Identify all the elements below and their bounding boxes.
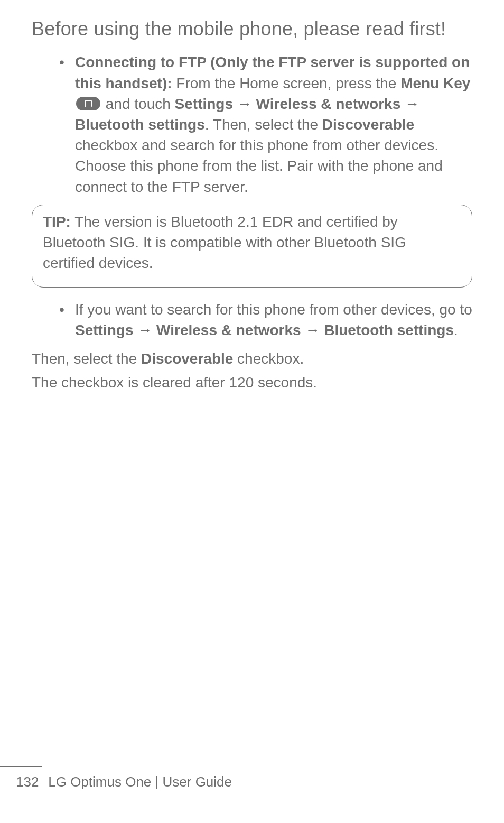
bullet-seg1: From the Home screen, press the xyxy=(172,75,401,91)
footer-guide: User Guide xyxy=(163,774,232,790)
arrow: → xyxy=(400,96,419,112)
menu-key-icon xyxy=(76,97,100,110)
bullet-seg3: . Then, select the xyxy=(205,116,322,133)
footer-product: LG Optimus One xyxy=(48,774,151,790)
menu-key-label: Menu Key xyxy=(400,75,470,91)
nav-settings: Settings xyxy=(75,322,133,338)
page-footer: 132 LG Optimus One | User Guide xyxy=(0,766,504,791)
nav-wireless: Wireless & networks xyxy=(156,322,301,338)
bullet-seg4: checkbox and search for this phone from … xyxy=(75,137,443,195)
footer-sep: | xyxy=(151,774,162,790)
tip-body: The version is Bluetooth 2.1 EDR and cer… xyxy=(43,214,406,271)
discoverable-label: Discoverable xyxy=(141,350,233,367)
tip-box: TIP: The version is Bluetooth 2.1 EDR an… xyxy=(32,205,472,288)
tip-label: TIP: xyxy=(43,214,71,230)
after1-seg2: checkbox. xyxy=(233,350,304,367)
arrow: → xyxy=(233,96,256,112)
nav-settings: Settings xyxy=(175,96,233,112)
then-select-line: Then, select the Discoverable checkbox. xyxy=(32,348,472,369)
bullet2-seg1: If you want to search for this phone fro… xyxy=(75,301,472,318)
bullet-seg2: and touch xyxy=(101,96,175,112)
nav-bt-settings: Bluetooth settings xyxy=(75,116,205,133)
nav-wireless: Wireless & networks xyxy=(256,96,401,112)
arrow: → xyxy=(301,322,324,338)
arrow: → xyxy=(133,322,156,338)
after1-seg1: Then, select the xyxy=(32,350,141,367)
page-number: 132 xyxy=(16,772,44,791)
footer-rule xyxy=(0,766,42,767)
nav-bt-settings: Bluetooth settings xyxy=(324,322,454,338)
page-title: Before using the mobile phone, please re… xyxy=(32,16,472,42)
discoverable-label: Discoverable xyxy=(322,116,414,133)
checkbox-cleared-line: The checkbox is cleared after 120 second… xyxy=(32,372,472,393)
bullet-ftp: Connecting to FTP (Only the FTP server i… xyxy=(32,52,472,197)
period: . xyxy=(454,322,458,338)
bullet-search: If you want to search for this phone fro… xyxy=(32,299,472,340)
